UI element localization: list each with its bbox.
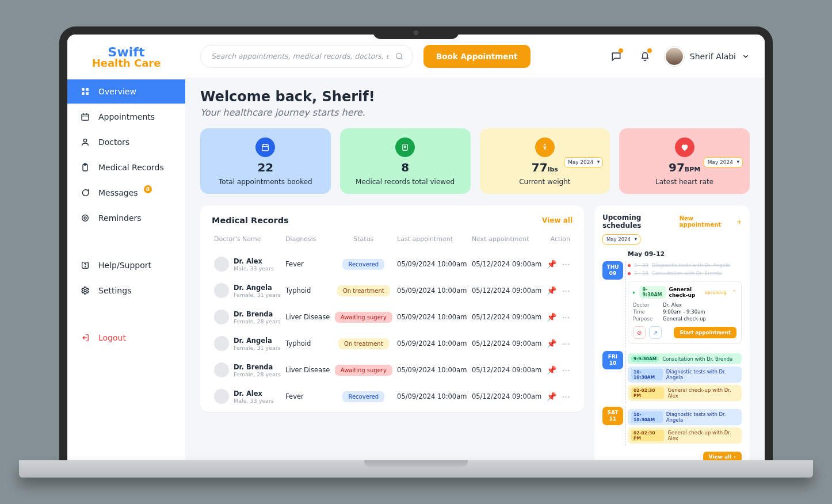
schedule-month-selector[interactable]: May 2024 [602,234,640,245]
schedule-event[interactable]: 10-10:30AMDiagnostic tests with Dr. Ange… [628,409,742,425]
stat-value: 8 [401,161,409,174]
col-last: Last appointment [395,231,470,251]
sidebar-item-messages[interactable]: Messages 8 [67,181,185,205]
event-time: 02-02:30 PM [631,387,664,399]
sidebar-item-label: Medical Records [98,163,164,172]
event-text: General check-up with Dr. Alex [667,387,738,399]
col-diagnosis: Diagnosis [283,231,332,251]
table-row: Dr. BrendaFemale, 28 yearsLiver DiseaseA… [212,357,573,383]
next-appointment-cell: 05/12/2024 09:00am [470,330,544,357]
records-view-all[interactable]: View all [542,216,573,224]
event-time-pill: 9-9:30AM [639,286,666,299]
doctor-name: Dr. Brenda [234,310,281,318]
sidebar-item-doctors[interactable]: Doctors [67,130,185,154]
pin-icon[interactable]: 📌 [547,339,556,348]
doctor-icon [80,137,90,147]
pin-icon[interactable]: 📌 [547,286,556,295]
past-event: 3 - 18Consultation with Dr. Brenda [628,269,742,277]
svg-rect-4 [82,114,89,120]
doctor-avatar [214,362,229,377]
more-icon[interactable]: ⋯ [562,286,570,295]
schedule-date-range: May 09-12 [628,250,742,258]
next-appointment-cell: 05/12/2024 09:00am [470,383,544,410]
heart-month-selector[interactable]: May 2024 [704,157,743,167]
delete-appointment-button[interactable]: ⊘ [633,326,646,339]
stat-records: 8 Medical records total viewed [340,128,471,194]
stats-row: 22 Total appointments booked 8 Medical r… [200,128,750,194]
pin-icon[interactable]: 📌 [547,312,556,322]
document-icon [395,138,415,157]
sidebar: Swift Health Care Overview Appointments … [67,35,185,460]
last-appointment-cell: 05/09/2024 10:00am [395,277,470,304]
schedule-event[interactable]: 02-02:30 PMGeneral check-up with Dr. Ale… [628,427,742,444]
last-appointment-cell: 05/09/2024 10:00am [395,304,470,330]
sidebar-item-appointments[interactable]: Appointments [67,105,185,129]
schedule-event[interactable]: 10-10:30AMDiagnostic tests with Dr. Ange… [628,366,742,383]
day-tag-fri[interactable]: FRI 10 [602,351,623,369]
accessibility-icon [535,138,555,157]
sidebar-item-overview[interactable]: Overview [67,79,185,104]
schedule-view-all[interactable]: View all › [703,452,742,460]
weight-month-selector[interactable]: May 2024 [564,157,603,167]
schedule-card: Upcoming schedules New appointment + May… [594,205,750,460]
svg-point-13 [396,53,402,58]
sidebar-item-medical-records[interactable]: Medical Records [67,155,185,180]
records-table: Doctor's Name Diagnosis Status Last appo… [212,231,573,410]
last-appointment-cell: 05/09/2024 10:00am [395,383,470,410]
pin-icon[interactable]: 📌 [547,392,556,401]
notification-dot-icon [619,48,623,53]
pin-icon[interactable]: 📌 [547,259,556,269]
messages-button[interactable] [607,47,625,66]
more-icon[interactable]: ⋯ [562,365,570,375]
page-title: Welcome back, Sherif! [200,89,750,105]
stat-label: Medical records total viewed [356,178,455,186]
svg-point-16 [544,144,546,146]
svg-rect-3 [86,92,89,95]
book-appointment-button[interactable]: Book Appointment [423,45,531,68]
col-doctor: Doctor's Name [212,231,283,251]
chevron-right-icon: › [734,454,736,460]
start-appointment-button[interactable]: Start appointment [674,327,736,338]
more-icon[interactable]: ⋯ [562,392,570,401]
svg-rect-14 [262,144,269,151]
more-icon[interactable]: ⋯ [562,312,570,322]
avatar [665,47,684,66]
status-badge: On treartment [337,285,390,296]
doctor-sub: Female, 28 years [234,318,281,324]
doctor-avatar [214,257,229,272]
calendar-icon [80,112,90,122]
dot-icon [628,264,631,267]
sidebar-item-logout[interactable]: Logout [67,326,185,350]
doctor-name: Dr. Brenda [234,363,281,371]
sidebar-item-reminders[interactable]: Reminders [67,206,185,230]
diagnosis-cell: Fever [283,383,332,410]
next-appointment-cell: 05/12/2024 09:00am [470,357,544,383]
pin-icon[interactable]: 📌 [547,365,556,375]
schedule-title: Upcoming schedules [602,213,680,230]
doctor-avatar [214,336,229,351]
col-action: Action [544,231,573,251]
col-status: Status [333,231,395,251]
new-appointment-button[interactable]: New appointment + [680,215,742,228]
past-event: 5 - 30Diagnostic tests with Dr. Angela [628,261,742,269]
stat-weight: 77lbs Current weight May 2024 [480,128,610,194]
sidebar-item-help[interactable]: Help/Support [67,253,185,277]
more-icon[interactable]: ⋯ [562,339,570,348]
schedule-event[interactable]: 9-9:30AMConsultation with Dr. Brenda [628,353,742,364]
sidebar-item-label: Help/Support [98,261,151,270]
stat-label: Latest heart rate [655,178,713,186]
day-tag-sat[interactable]: SAT 11 [602,407,623,425]
event-time: 10-10:30AM [631,411,663,423]
search-input[interactable] [200,45,413,68]
doctor-sub: Male, 33 years [234,265,274,272]
open-appointment-button[interactable]: ↗ [649,326,662,339]
chevron-up-icon[interactable]: ⌃ [732,289,736,295]
schedule-event[interactable]: 02-02:30 PMGeneral check-up with Dr. Ale… [628,385,742,401]
doctor-sub: Female, 31 years [234,345,281,351]
notifications-button[interactable] [636,47,654,66]
day-tag-thu[interactable]: THU 09 [602,261,623,280]
more-icon[interactable]: ⋯ [562,259,570,269]
user-menu[interactable]: Sherif Alabi [665,47,750,66]
stat-value: 97 [669,161,685,174]
sidebar-item-settings[interactable]: Settings [67,278,185,303]
